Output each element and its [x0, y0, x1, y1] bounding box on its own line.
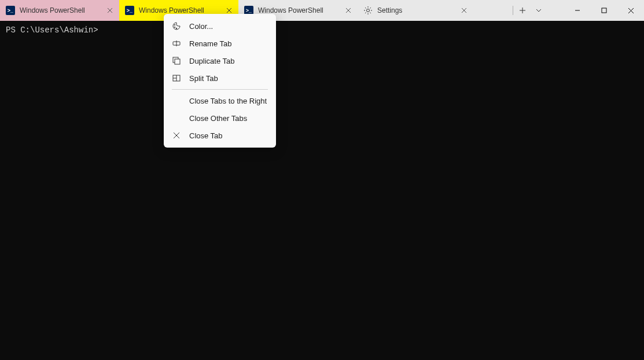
- prompt-text: PS C:\Users\Ashwin>: [6, 25, 98, 35]
- divider: [513, 6, 513, 15]
- maximize-button[interactable]: [591, 1, 617, 20]
- svg-point-0: [367, 9, 370, 12]
- titlebar: >_ Windows PowerShell >_ Windows PowerSh…: [0, 0, 644, 21]
- gear-icon: [363, 6, 373, 15]
- empty-icon: [172, 96, 181, 105]
- tab-label: Windows PowerShell: [20, 6, 101, 14]
- powershell-icon: >_: [125, 6, 134, 15]
- titlebar-controls: [511, 0, 644, 21]
- close-icon[interactable]: [344, 6, 353, 15]
- menu-divider: [172, 89, 268, 90]
- minimize-button[interactable]: [564, 1, 591, 20]
- svg-point-4: [176, 28, 177, 29]
- dropdown-button[interactable]: [531, 1, 547, 20]
- terminal-area[interactable]: PS C:\Users\Ashwin>: [0, 21, 644, 360]
- tab-label: Windows PowerShell: [139, 6, 220, 14]
- tab-label: Windows PowerShell: [258, 6, 339, 14]
- window-controls: [564, 1, 644, 20]
- menu-label: Rename Tab: [189, 39, 231, 48]
- menu-item-close-tab[interactable]: Close Tab: [164, 127, 276, 144]
- palette-icon: [172, 21, 181, 31]
- menu-item-duplicate[interactable]: Duplicate Tab: [164, 52, 276, 69]
- tab-label: Settings: [377, 6, 455, 14]
- svg-rect-1: [602, 8, 606, 13]
- menu-label: Close Other Tabs: [189, 114, 247, 123]
- menu-item-rename[interactable]: Rename Tab: [164, 35, 276, 52]
- duplicate-icon: [172, 56, 181, 65]
- close-window-button[interactable]: [617, 1, 644, 20]
- svg-rect-7: [175, 59, 180, 64]
- svg-point-3: [174, 27, 175, 28]
- menu-item-color[interactable]: Color...: [164, 17, 276, 35]
- menu-item-split[interactable]: Split Tab: [164, 69, 276, 87]
- menu-item-close-others[interactable]: Close Other Tabs: [164, 109, 276, 127]
- menu-label: Duplicate Tab: [189, 57, 235, 65]
- svg-point-2: [174, 24, 175, 25]
- menu-label: Close Tabs to the Right: [189, 97, 267, 105]
- menu-label: Close Tab: [189, 131, 223, 140]
- rename-icon: [172, 39, 181, 48]
- empty-icon: [172, 113, 181, 123]
- close-icon[interactable]: [105, 6, 115, 15]
- tab-powershell-1[interactable]: >_ Windows PowerShell: [0, 0, 119, 21]
- tab-context-menu: Color... Rename Tab Duplicate Tab Split …: [164, 14, 276, 148]
- close-icon[interactable]: [459, 6, 469, 15]
- powershell-icon: >_: [6, 6, 15, 15]
- menu-item-close-right[interactable]: Close Tabs to the Right: [164, 92, 276, 109]
- tab-settings[interactable]: Settings: [358, 0, 473, 21]
- split-icon: [172, 74, 181, 83]
- menu-label: Color...: [189, 22, 213, 31]
- close-icon: [172, 131, 181, 140]
- new-tab-button[interactable]: [514, 1, 531, 20]
- menu-label: Split Tab: [189, 74, 218, 83]
